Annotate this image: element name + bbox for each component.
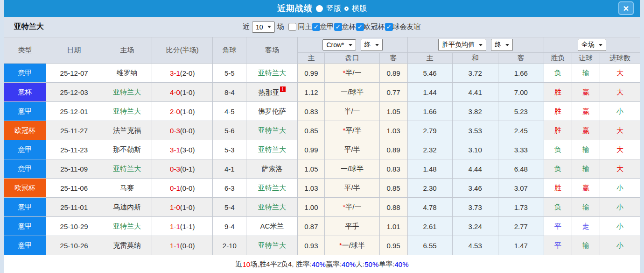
period-select[interactable]: 全场 bbox=[578, 39, 606, 51]
match-date: 25-11-01 bbox=[46, 198, 102, 217]
result-wdl: 胜 bbox=[544, 102, 572, 121]
radio-vertical-label[interactable]: 竖版 bbox=[326, 4, 341, 14]
col-header-score: 比分(半场) bbox=[152, 37, 213, 64]
result-wdl: 平 bbox=[544, 236, 572, 255]
away-team: 亚特兰大 bbox=[246, 198, 298, 217]
avg-draw: 3.24 bbox=[452, 217, 498, 236]
half-score: (0-0) bbox=[180, 184, 195, 192]
odds-time-select[interactable]: 终 bbox=[361, 39, 383, 51]
table-row: 欧冠杯 25-11-27 法兰克福 0-3(0-0) 5-6 亚特兰大 0.85… bbox=[4, 121, 640, 140]
match-score: 1-0(1-0) bbox=[152, 198, 213, 217]
result-goals: 小 bbox=[600, 179, 640, 198]
result-handicap: 走 bbox=[572, 217, 600, 236]
table-row: 意甲 25-12-01 亚特兰大 2-0(1-0) 4-5 佛罗伦萨 0.83 … bbox=[4, 102, 640, 121]
full-score: 4-0 bbox=[170, 88, 180, 96]
avg-draw: 4.41 bbox=[452, 83, 498, 102]
away-team-name: 萨索洛 bbox=[261, 165, 282, 172]
result-handicap: 赢 bbox=[572, 121, 600, 140]
col-header-type: 类型 bbox=[4, 37, 46, 64]
away-team: 亚特兰大 bbox=[246, 140, 298, 159]
full-score: 0-1 bbox=[170, 184, 180, 192]
result-handicap: 赢 bbox=[572, 83, 600, 102]
radio-horizontal-icon[interactable] bbox=[344, 7, 349, 11]
avg-home: 2.61 bbox=[407, 217, 452, 236]
league-serie-a-checkbox[interactable] bbox=[312, 23, 320, 31]
avg-home: 6.55 bbox=[407, 236, 452, 255]
result-goals: 小 bbox=[600, 217, 640, 236]
summary-label-handicap: 赢率: bbox=[326, 260, 342, 269]
odds-home: 0.99 bbox=[298, 140, 325, 159]
period-group-header: 全场 bbox=[544, 37, 640, 53]
page-title: 近期战绩 bbox=[277, 3, 313, 14]
title-bar: 近期战绩 竖版 横版 × bbox=[4, 0, 640, 17]
avg-away: 1.47 bbox=[498, 236, 544, 255]
match-date: 25-11-27 bbox=[46, 121, 102, 140]
result-handicap: 赢 bbox=[572, 179, 600, 198]
home-team: 亚特兰大 bbox=[102, 83, 152, 102]
odds-home: 1.12 bbox=[298, 83, 325, 102]
handicap: *平/半 bbox=[325, 121, 379, 140]
title-group: 近期战绩 竖版 横版 bbox=[277, 3, 367, 14]
odds-home: 0.93 bbox=[298, 236, 325, 255]
avg-home: 5.46 bbox=[407, 64, 452, 83]
table-row: 欧冠杯 25-11-06 马赛 0-1(0-0) 6-3 亚特兰大 1.03 平… bbox=[4, 179, 640, 198]
result-handicap: 输 bbox=[572, 64, 600, 83]
avg-draw: 3.46 bbox=[452, 179, 498, 198]
result-wdl: 胜 bbox=[544, 179, 572, 198]
result-wdl: 负 bbox=[544, 198, 572, 217]
avg-time-select[interactable]: 终 bbox=[491, 39, 513, 51]
home-team: 维罗纳 bbox=[102, 64, 152, 83]
near-count-select[interactable]: 10 bbox=[252, 22, 275, 33]
close-icon: × bbox=[623, 3, 629, 13]
table-row: 意甲 25-11-09 亚特兰大 0-3(0-1) 4-1 萨索洛 1.05 一… bbox=[4, 159, 640, 179]
league-friendly-checkbox[interactable] bbox=[385, 23, 393, 31]
summary-record: 场,胜4平2负4, 胜率: bbox=[250, 260, 312, 269]
avg-type-select[interactable]: 胜平负均值 bbox=[438, 39, 486, 51]
match-date: 25-12-01 bbox=[46, 102, 102, 121]
handicap-value: 一/球半 bbox=[341, 165, 364, 172]
league-badge: 意甲 bbox=[4, 198, 46, 217]
avg-home: 1.44 bbox=[407, 83, 452, 102]
home-team: 亚特兰大 bbox=[102, 159, 152, 179]
chevron-down-icon bbox=[479, 44, 483, 46]
half-score: (1-0) bbox=[180, 108, 195, 115]
handicap: *半/一 bbox=[325, 198, 379, 217]
col-header-avg-home: 主 bbox=[407, 53, 452, 64]
handicap: *半/一 bbox=[325, 64, 379, 83]
match-score: 2-0(1-0) bbox=[152, 102, 213, 121]
col-header-odds-handicap: 盘口 bbox=[325, 53, 379, 64]
full-score: 3-1 bbox=[170, 146, 180, 154]
handicap-value: 平/半 bbox=[345, 126, 361, 134]
away-team: 亚特兰大 bbox=[246, 179, 298, 198]
league-badge: 意甲 bbox=[4, 64, 46, 83]
avg-home: 1.66 bbox=[407, 102, 452, 121]
full-score: 1-0 bbox=[170, 203, 180, 211]
radio-horizontal-label[interactable]: 横版 bbox=[352, 4, 367, 14]
away-team-name: 亚特兰大 bbox=[258, 69, 286, 77]
home-team: 马赛 bbox=[102, 179, 152, 198]
away-team: 亚特兰大 bbox=[246, 121, 298, 140]
table-row: 意杯 25-12-03 亚特兰大 4-0(1-0) 8-4 热那亚1 1.12 … bbox=[4, 83, 640, 102]
odds-away: 0.83 bbox=[379, 159, 407, 179]
result-goals: 大 bbox=[600, 83, 640, 102]
match-score: 1-1(0-0) bbox=[152, 236, 213, 255]
league-ucl-checkbox[interactable] bbox=[356, 23, 364, 31]
corner-score: 9-4 bbox=[213, 217, 246, 236]
close-button[interactable]: × bbox=[618, 1, 634, 15]
avg-away: 5.23 bbox=[498, 102, 544, 121]
result-goals: 大 bbox=[600, 121, 640, 140]
radio-vertical-selected-icon[interactable] bbox=[316, 5, 323, 12]
handicap: *一/球半 bbox=[325, 236, 379, 255]
handicap-value: 平/半 bbox=[344, 184, 360, 192]
col-header-avg-draw: 和 bbox=[452, 53, 498, 64]
away-team-name: 亚特兰大 bbox=[258, 241, 286, 249]
corner-score: 5-5 bbox=[213, 64, 246, 83]
odds-company-select[interactable]: Crow* bbox=[322, 39, 356, 50]
corner-score: 4-5 bbox=[213, 102, 246, 121]
avg-home: 1.48 bbox=[407, 159, 452, 179]
col-header-result: 胜负 bbox=[544, 53, 572, 64]
chevron-down-icon bbox=[267, 26, 271, 28]
avg-away: 1.66 bbox=[498, 64, 544, 83]
same-home-checkbox[interactable] bbox=[288, 23, 296, 31]
league-coppa-checkbox[interactable] bbox=[334, 23, 342, 31]
